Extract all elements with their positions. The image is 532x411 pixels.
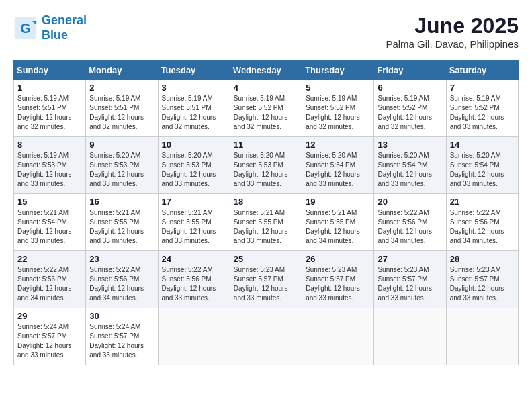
logo: G General Blue (13, 13, 87, 42)
table-cell: 8Sunrise: 5:19 AM Sunset: 5:53 PM Daylig… (14, 137, 86, 194)
day-info: Sunrise: 5:23 AM Sunset: 5:57 PM Dayligh… (378, 265, 442, 303)
table-cell: 9Sunrise: 5:20 AM Sunset: 5:53 PM Daylig… (86, 137, 158, 194)
month-title: June 2025 (386, 13, 519, 38)
calendar-row: 1Sunrise: 5:19 AM Sunset: 5:51 PM Daylig… (14, 80, 519, 137)
day-number: 17 (162, 197, 226, 207)
day-info: Sunrise: 5:20 AM Sunset: 5:54 PM Dayligh… (450, 151, 515, 189)
table-cell: 18Sunrise: 5:21 AM Sunset: 5:55 PM Dayli… (230, 194, 302, 251)
day-number: 27 (378, 254, 442, 264)
day-info: Sunrise: 5:21 AM Sunset: 5:55 PM Dayligh… (162, 208, 226, 246)
day-info: Sunrise: 5:20 AM Sunset: 5:53 PM Dayligh… (234, 151, 298, 189)
table-cell (374, 308, 446, 365)
day-number: 13 (378, 140, 442, 150)
day-info: Sunrise: 5:19 AM Sunset: 5:52 PM Dayligh… (378, 94, 442, 132)
header-monday: Monday (86, 61, 158, 80)
day-number: 23 (89, 254, 154, 264)
table-cell: 2Sunrise: 5:19 AM Sunset: 5:51 PM Daylig… (86, 80, 158, 137)
table-cell: 14Sunrise: 5:20 AM Sunset: 5:54 PM Dayli… (446, 137, 518, 194)
day-number: 20 (378, 197, 442, 207)
day-info: Sunrise: 5:20 AM Sunset: 5:54 PM Dayligh… (378, 151, 442, 189)
day-number: 4 (234, 83, 298, 93)
table-cell: 28Sunrise: 5:23 AM Sunset: 5:57 PM Dayli… (446, 251, 518, 308)
day-info: Sunrise: 5:21 AM Sunset: 5:55 PM Dayligh… (306, 208, 370, 246)
day-info: Sunrise: 5:19 AM Sunset: 5:52 PM Dayligh… (306, 94, 370, 132)
table-cell: 29Sunrise: 5:24 AM Sunset: 5:57 PM Dayli… (14, 308, 86, 365)
day-number: 19 (306, 197, 370, 207)
day-info: Sunrise: 5:22 AM Sunset: 5:56 PM Dayligh… (450, 208, 515, 246)
table-cell: 30Sunrise: 5:24 AM Sunset: 5:57 PM Dayli… (86, 308, 158, 365)
table-cell: 27Sunrise: 5:23 AM Sunset: 5:57 PM Dayli… (374, 251, 446, 308)
day-info: Sunrise: 5:19 AM Sunset: 5:53 PM Dayligh… (17, 151, 82, 189)
day-number: 8 (17, 140, 82, 150)
calendar-row: 29Sunrise: 5:24 AM Sunset: 5:57 PM Dayli… (14, 308, 519, 365)
table-cell: 20Sunrise: 5:22 AM Sunset: 5:56 PM Dayli… (374, 194, 446, 251)
day-info: Sunrise: 5:19 AM Sunset: 5:51 PM Dayligh… (162, 94, 226, 132)
day-info: Sunrise: 5:21 AM Sunset: 5:55 PM Dayligh… (234, 208, 298, 246)
day-number: 2 (89, 83, 154, 93)
calendar-row: 8Sunrise: 5:19 AM Sunset: 5:53 PM Daylig… (14, 137, 519, 194)
day-number: 3 (162, 83, 226, 93)
day-info: Sunrise: 5:22 AM Sunset: 5:56 PM Dayligh… (17, 265, 82, 303)
table-cell: 6Sunrise: 5:19 AM Sunset: 5:52 PM Daylig… (374, 80, 446, 137)
day-number: 16 (89, 197, 154, 207)
table-cell (158, 308, 230, 365)
day-number: 6 (378, 83, 442, 93)
table-cell: 17Sunrise: 5:21 AM Sunset: 5:55 PM Dayli… (158, 194, 230, 251)
header-sunday: Sunday (14, 61, 86, 80)
table-cell: 1Sunrise: 5:19 AM Sunset: 5:51 PM Daylig… (14, 80, 86, 137)
day-number: 24 (162, 254, 226, 264)
day-number: 12 (306, 140, 370, 150)
day-info: Sunrise: 5:19 AM Sunset: 5:51 PM Dayligh… (17, 94, 82, 132)
location-title: Palma Gil, Davao, Philippines (386, 38, 519, 50)
table-cell (230, 308, 302, 365)
header-friday: Friday (374, 61, 446, 80)
day-info: Sunrise: 5:19 AM Sunset: 5:51 PM Dayligh… (89, 94, 154, 132)
table-cell: 21Sunrise: 5:22 AM Sunset: 5:56 PM Dayli… (446, 194, 518, 251)
day-info: Sunrise: 5:23 AM Sunset: 5:57 PM Dayligh… (306, 265, 370, 303)
day-info: Sunrise: 5:24 AM Sunset: 5:57 PM Dayligh… (17, 322, 82, 360)
day-info: Sunrise: 5:19 AM Sunset: 5:52 PM Dayligh… (234, 94, 298, 132)
table-cell: 16Sunrise: 5:21 AM Sunset: 5:55 PM Dayli… (86, 194, 158, 251)
day-info: Sunrise: 5:23 AM Sunset: 5:57 PM Dayligh… (450, 265, 515, 303)
day-info: Sunrise: 5:24 AM Sunset: 5:57 PM Dayligh… (89, 322, 154, 360)
table-cell: 22Sunrise: 5:22 AM Sunset: 5:56 PM Dayli… (14, 251, 86, 308)
day-info: Sunrise: 5:21 AM Sunset: 5:55 PM Dayligh… (89, 208, 154, 246)
table-cell (446, 308, 518, 365)
calendar-row: 22Sunrise: 5:22 AM Sunset: 5:56 PM Dayli… (14, 251, 519, 308)
day-info: Sunrise: 5:22 AM Sunset: 5:56 PM Dayligh… (378, 208, 442, 246)
day-number: 30 (89, 311, 154, 321)
day-info: Sunrise: 5:20 AM Sunset: 5:53 PM Dayligh… (162, 151, 226, 189)
day-number: 29 (17, 311, 82, 321)
table-cell: 10Sunrise: 5:20 AM Sunset: 5:53 PM Dayli… (158, 137, 230, 194)
day-info: Sunrise: 5:22 AM Sunset: 5:56 PM Dayligh… (89, 265, 154, 303)
day-info: Sunrise: 5:22 AM Sunset: 5:56 PM Dayligh… (162, 265, 226, 303)
day-info: Sunrise: 5:21 AM Sunset: 5:54 PM Dayligh… (17, 208, 82, 246)
day-number: 26 (306, 254, 370, 264)
table-cell: 24Sunrise: 5:22 AM Sunset: 5:56 PM Dayli… (158, 251, 230, 308)
day-number: 9 (89, 140, 154, 150)
header-saturday: Saturday (446, 61, 518, 80)
day-number: 7 (450, 83, 515, 93)
day-number: 28 (450, 254, 515, 264)
day-info: Sunrise: 5:19 AM Sunset: 5:52 PM Dayligh… (450, 94, 515, 132)
title-block: June 2025 Palma Gil, Davao, Philippines (386, 13, 519, 50)
day-number: 25 (234, 254, 298, 264)
day-number: 18 (234, 197, 298, 207)
day-number: 15 (17, 197, 82, 207)
calendar-table: Sunday Monday Tuesday Wednesday Thursday… (13, 60, 519, 365)
day-number: 21 (450, 197, 515, 207)
table-cell: 4Sunrise: 5:19 AM Sunset: 5:52 PM Daylig… (230, 80, 302, 137)
header-wednesday: Wednesday (230, 61, 302, 80)
day-number: 5 (306, 83, 370, 93)
table-cell: 12Sunrise: 5:20 AM Sunset: 5:54 PM Dayli… (302, 137, 374, 194)
day-number: 11 (234, 140, 298, 150)
table-cell: 7Sunrise: 5:19 AM Sunset: 5:52 PM Daylig… (446, 80, 518, 137)
day-info: Sunrise: 5:23 AM Sunset: 5:57 PM Dayligh… (234, 265, 298, 303)
calendar-header-row: Sunday Monday Tuesday Wednesday Thursday… (14, 61, 519, 80)
table-cell: 25Sunrise: 5:23 AM Sunset: 5:57 PM Dayli… (230, 251, 302, 308)
table-cell: 13Sunrise: 5:20 AM Sunset: 5:54 PM Dayli… (374, 137, 446, 194)
header-tuesday: Tuesday (158, 61, 230, 80)
logo-text: General Blue (42, 13, 87, 42)
header-thursday: Thursday (302, 61, 374, 80)
day-number: 1 (17, 83, 82, 93)
